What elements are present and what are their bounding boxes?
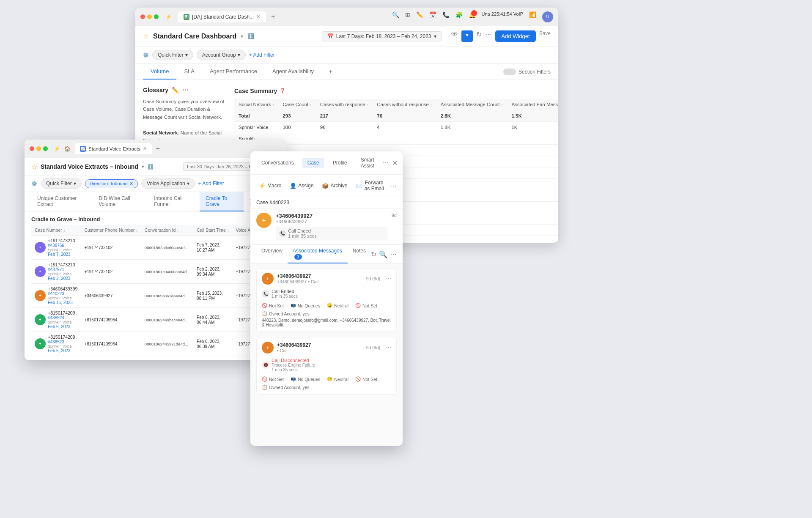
voice-dropdown-icon[interactable]: ▾ [142, 164, 144, 170]
voice-table-row[interactable]: + +1917473210 #437971 Sprinklr_voice Feb… [31, 260, 287, 284]
conv-tab-profile[interactable]: Profile [328, 158, 352, 168]
voice-section-title: Cradle to Grave – Inbound [25, 212, 287, 225]
assign-btn[interactable]: 👤 Assign [287, 181, 316, 191]
more-icon[interactable]: ⋯ [485, 30, 492, 42]
search-icon[interactable]: 🔍 [392, 11, 399, 22]
calendar-icon[interactable]: 📅 [429, 11, 436, 22]
date-range-picker[interactable]: 📅 Last 7 Days: Feb 18, 2023 – Feb 24, 20… [322, 31, 442, 41]
search-msgs-icon[interactable]: 🔍 [379, 250, 387, 258]
conv-tab-case[interactable]: Case [302, 158, 324, 168]
grid-icon[interactable]: ⊞ [405, 11, 410, 22]
tab-agent-performance[interactable]: Agent Performance [202, 64, 265, 79]
not-set-icon4: 🚫 [355, 376, 361, 382]
msg2-sender: +34606439927 [277, 342, 311, 348]
user-avatar[interactable]: U [542, 11, 553, 22]
conv-tab-smart-assist[interactable]: Smart Assist [356, 155, 379, 171]
add-tab-btn[interactable]: + [321, 64, 340, 79]
tab-agent-availability[interactable]: Agent Availability [265, 64, 321, 79]
tab-inbound-funnel[interactable]: Inbound Call Funnel [148, 192, 200, 211]
close-dot[interactable] [140, 14, 145, 19]
add-filter-btn[interactable]: + Add Filter [249, 52, 275, 58]
macro-btn[interactable]: ⚡ Macro [256, 181, 284, 191]
not-set-icon: 🚫 [262, 303, 267, 308]
puzzle-icon[interactable]: 🧩 [455, 11, 463, 22]
account-group-label: Account Group [202, 52, 236, 58]
browser-tab[interactable]: 📊 [DA] Standard Care Dash... ✕ [178, 11, 266, 22]
section-filters-toggle[interactable] [503, 69, 516, 75]
table-row: Sprinklr Voice 100 96 4 1.8K 1K 10.16 76… [234, 122, 558, 133]
tab-cradle-to-grave[interactable]: Cradle To Grave [200, 192, 244, 211]
voice-quick-filter[interactable]: Quick Filter ▾ [41, 178, 82, 189]
edit-icon[interactable]: ✏️ [416, 11, 423, 22]
assign-icon: 👤 [290, 183, 296, 189]
actions-more-icon[interactable]: ⋯ [390, 182, 397, 190]
tab-title: [DA] Standard Care Dash... [192, 14, 254, 20]
voice-minimize-dot[interactable] [36, 146, 41, 151]
direction-close[interactable]: ✕ [129, 181, 133, 186]
tab-did-wise[interactable]: DID Wise Call Volume [93, 192, 148, 211]
sub-tab-notes[interactable]: Notes [348, 245, 371, 263]
voice-add-filter-btn[interactable]: + Add Filter [198, 181, 224, 186]
voice-close-dot[interactable] [30, 146, 34, 151]
direction-filter-chip[interactable]: Direction: Inbound ✕ [85, 179, 138, 188]
chevron-icon: ▾ [434, 33, 436, 39]
forward-email-btn[interactable]: ✉️ Forward as Email [353, 178, 387, 193]
refresh-msgs-icon[interactable]: ↻ [371, 250, 376, 258]
sub-tab-associated-messages[interactable]: Associated Messages 3 [288, 245, 348, 263]
maximize-dot[interactable] [154, 14, 159, 19]
col-case-count: Case Count ↕ [278, 99, 315, 110]
add-widget-button[interactable]: Add Widget [495, 30, 535, 42]
voice-table-row[interactable]: + +1917473210 #438756 Sprinklr_voice Feb… [31, 236, 287, 260]
sub-tab-actions: ↻ 🔍 ⋯ [371, 245, 397, 263]
star-icon[interactable]: ☆ [143, 32, 149, 40]
msg1-more-icon[interactable]: ⋯ [386, 276, 391, 282]
dashboard-header: ☆ Standard Care Dashboard ▾ ℹ️ 📅 Last 7 … [135, 26, 558, 47]
minimize-dot[interactable] [147, 14, 152, 19]
notification-badge[interactable]: 🔔 [469, 11, 476, 22]
msg1-meta-row2: 📋 Owned Account, yes [262, 311, 391, 316]
chevron-icon4: ▾ [187, 181, 189, 186]
tab-volume[interactable]: Volume [143, 64, 176, 79]
account-group-chip[interactable]: Account Group ▾ [197, 50, 246, 60]
voice-table-row[interactable]: + +8150174209 #438523 Sprinklr_voice Feb… [31, 332, 287, 356]
sub-tab-overview[interactable]: Overview [256, 245, 288, 263]
forward-icon: ✉️ [356, 183, 362, 189]
quick-filter-label: Quick Filter [158, 52, 184, 58]
voice-star-icon[interactable]: ☆ [31, 163, 37, 171]
voice-table-row[interactable]: + +34606439399 #440223 Sprinklr_voice Fe… [31, 284, 287, 308]
new-tab-btn[interactable]: + [271, 13, 275, 21]
msg2-call-info: Call Disconnected Process Engine Failure… [272, 358, 315, 372]
voice-app-filter[interactable]: Voice Application ▾ [141, 178, 195, 189]
voice-tab[interactable]: 📈 Standard Voice Extracts ✕ [75, 143, 152, 154]
voice-info-icon[interactable]: ℹ️ [148, 164, 154, 170]
voice-tab-close[interactable]: ✕ [143, 146, 147, 151]
voice-new-tab-btn[interactable]: + [156, 145, 160, 153]
more-glossary-icon[interactable]: ⋯ [182, 87, 188, 93]
archive-btn[interactable]: 📦 Archive [319, 181, 350, 191]
conv-sub-tabs: Overview Associated Messages 3 Notes ↻ 🔍… [250, 245, 403, 264]
phone-icon[interactable]: 📞 [442, 11, 450, 22]
refresh-icon[interactable]: ↻ [476, 30, 482, 42]
msg2-owned: 📋 Owned Account, yes [262, 384, 310, 390]
dropdown-icon[interactable]: ▾ [241, 33, 243, 39]
messages-area[interactable]: + +34606439927 +34606439927 • Call 9d (9… [250, 264, 403, 446]
edit-glossary-icon[interactable]: ✏️ [172, 87, 179, 93]
info-icon2: ❓ [280, 88, 285, 93]
tab-close-btn[interactable]: ✕ [256, 14, 260, 19]
conv-more-icon[interactable]: ⋯ [383, 159, 389, 166]
msg2-more-icon[interactable]: ⋯ [386, 345, 391, 351]
voice-maximize-dot[interactable] [43, 146, 48, 151]
filter-active-btn[interactable]: ▼ [461, 30, 473, 42]
wifi-icon: 📶 [529, 11, 536, 22]
conv-close-btn[interactable]: ✕ [392, 159, 398, 167]
voice-table-row[interactable]: + +8150174209 #438524 Sprinklr_voice Feb… [31, 308, 287, 332]
tab-sla[interactable]: SLA [176, 64, 202, 79]
tab-unique-customer[interactable]: Unique Customer Extract [31, 192, 93, 211]
info-icon[interactable]: ℹ️ [247, 33, 254, 39]
voice-nav-dots [30, 146, 48, 151]
conv-tab-conversations[interactable]: Conversations [256, 158, 299, 168]
eye-icon[interactable]: 👁 [451, 30, 458, 42]
more-msgs-icon[interactable]: ⋯ [390, 250, 397, 258]
save-btn[interactable]: Save [539, 30, 551, 42]
quick-filter-chip[interactable]: Quick Filter ▾ [152, 50, 193, 60]
